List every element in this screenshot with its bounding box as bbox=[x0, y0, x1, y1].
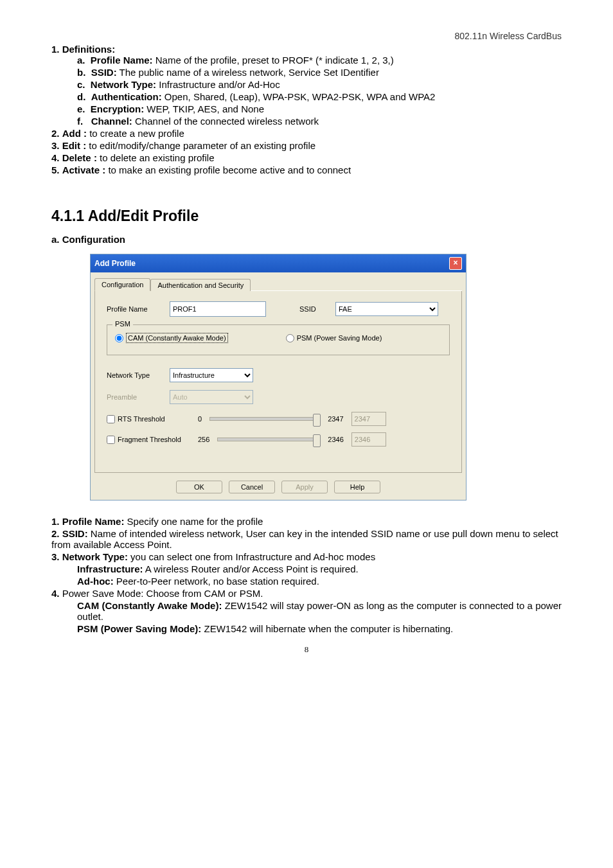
psm-radio[interactable]: PSM (Power Saving Mode) bbox=[286, 333, 382, 343]
help-button[interactable]: Help bbox=[334, 481, 380, 493]
rts-checkbox-input[interactable] bbox=[107, 415, 115, 423]
tab-auth-security[interactable]: Authentication and Security bbox=[150, 279, 251, 291]
def-b-term: SSID: bbox=[91, 67, 117, 78]
def-f-letter: f. bbox=[77, 116, 83, 127]
op-activate-num: 5. bbox=[51, 164, 60, 175]
network-type-select[interactable]: Infrastructure bbox=[170, 368, 253, 382]
def-b-desc: The public name of a wireless network, S… bbox=[117, 67, 379, 78]
rts-max: 2347 bbox=[328, 415, 343, 423]
add-profile-dialog: Add Profile × Configuration Authenticati… bbox=[90, 254, 466, 500]
b3-term: Network Type: bbox=[62, 551, 128, 562]
rts-checkbox[interactable]: RTS Threshold bbox=[107, 415, 190, 423]
cam-radio-label: CAM (Constantly Awake Mode) bbox=[126, 333, 228, 343]
frag-checkbox-input[interactable] bbox=[107, 436, 115, 444]
b4-num: 4. bbox=[51, 588, 60, 599]
op-add-term: Add : bbox=[62, 128, 87, 139]
tab-row: Configuration Authentication and Securit… bbox=[94, 272, 462, 291]
b2-desc: Name of intended wireless network, User … bbox=[51, 528, 558, 550]
config-panel: Profile Name SSID FAE PSM CAM (Constantl… bbox=[94, 291, 462, 473]
definitions-sublist: a. Profile Name: Name of the profile, pr… bbox=[51, 55, 562, 127]
cam-radio-input[interactable] bbox=[115, 334, 123, 342]
profile-name-label: Profile Name bbox=[107, 305, 166, 313]
b2-term: SSID: bbox=[62, 528, 88, 539]
b4-desc: Power Save Mode: Choose from CAM or PSM. bbox=[62, 588, 263, 599]
def-f-term: Channel: bbox=[91, 116, 132, 127]
tab-configuration[interactable]: Configuration bbox=[94, 278, 150, 291]
profile-name-input[interactable] bbox=[170, 301, 266, 317]
frag-max: 2346 bbox=[328, 436, 343, 443]
psm-radio-label: PSM (Power Saving Mode) bbox=[297, 334, 382, 342]
b4b-desc: ZEW1542 will hibernate when the computer… bbox=[201, 623, 453, 634]
op-activate-term: Activate : bbox=[62, 164, 106, 175]
def-f-desc: Channel of the connected wireless networ… bbox=[132, 116, 319, 127]
frag-label: Fragment Threshold bbox=[118, 436, 181, 443]
frag-min: 256 bbox=[198, 436, 209, 443]
frag-slider-thumb[interactable] bbox=[313, 434, 321, 447]
close-icon[interactable]: × bbox=[449, 257, 462, 270]
def-b-letter: b. bbox=[77, 67, 85, 78]
definitions-list: 1. Definitions: a. Profile Name: Name of… bbox=[51, 44, 562, 175]
cancel-button[interactable]: Cancel bbox=[229, 481, 275, 493]
def-d-desc: Open, Shared, (Leap), WPA-PSK, WPA2-PSK,… bbox=[162, 91, 436, 102]
section-title: 4.1.1 Add/Edit Profile bbox=[51, 208, 562, 225]
op-edit-term: Edit : bbox=[62, 140, 87, 151]
op-add-desc: to create a new profile bbox=[87, 128, 184, 139]
section-subtitle: a. Configuration bbox=[51, 234, 562, 245]
op-delete-num: 4. bbox=[51, 152, 60, 163]
ssid-select[interactable]: FAE bbox=[335, 302, 438, 316]
b4b-term: PSM (Power Saving Mode): bbox=[77, 623, 201, 634]
op-delete-term: Delete : bbox=[62, 152, 97, 163]
def-c-term: Network Type: bbox=[91, 79, 156, 90]
psm-legend: PSM bbox=[112, 320, 133, 328]
op-activate-desc: to make an existing profile become activ… bbox=[105, 164, 351, 175]
b1-term: Profile Name: bbox=[62, 516, 125, 527]
rts-slider-thumb[interactable] bbox=[313, 414, 321, 427]
b3b-term: Ad-hoc: bbox=[77, 576, 114, 587]
cam-radio[interactable]: CAM (Constantly Awake Mode) bbox=[115, 333, 228, 343]
def-e-term: Encryption: bbox=[91, 103, 144, 114]
def-a-desc: Name of the profile, preset to PROF* (* … bbox=[153, 55, 394, 66]
frag-checkbox[interactable]: Fragment Threshold bbox=[107, 436, 190, 444]
def-e-desc: WEP, TKIP, AES, and None bbox=[144, 103, 264, 114]
b3b-desc: Peer-to-Peer network, no base station re… bbox=[114, 576, 319, 587]
def-d-letter: d. bbox=[77, 91, 85, 102]
rts-slider[interactable] bbox=[209, 417, 320, 421]
def-c-letter: c. bbox=[77, 79, 85, 90]
preamble-label: Preamble bbox=[107, 393, 166, 401]
dialog-titlebar: Add Profile × bbox=[91, 254, 466, 272]
op-add-num: 2. bbox=[51, 128, 60, 139]
def-a-term: Profile Name: bbox=[91, 55, 153, 66]
b2-num: 2. bbox=[51, 528, 60, 539]
dialog-buttons: OK Cancel Apply Help bbox=[91, 477, 466, 500]
header-product: 802.11n Wireless CardBus bbox=[51, 31, 562, 41]
preamble-select: Auto bbox=[170, 390, 253, 404]
b3-desc: you can select one from Infrastructure a… bbox=[128, 551, 375, 562]
ssid-label: SSID bbox=[299, 305, 332, 313]
b3a-term: Infrastructure: bbox=[77, 563, 143, 574]
def-e-letter: e. bbox=[77, 103, 85, 114]
psm-radio-input[interactable] bbox=[286, 334, 294, 342]
psm-fieldset: PSM CAM (Constantly Awake Mode) PSM (Pow… bbox=[107, 324, 450, 355]
op-delete-desc: to delete an existing profile bbox=[97, 152, 215, 163]
rts-value-box bbox=[351, 412, 386, 426]
def-a-letter: a. bbox=[77, 55, 85, 66]
rts-min: 0 bbox=[198, 415, 202, 423]
dialog-title: Add Profile bbox=[94, 259, 136, 268]
b3a-desc: A wireless Router and/or Access Point is… bbox=[143, 563, 359, 574]
op-edit-desc: to edit/modify/change parameter of an ex… bbox=[86, 140, 315, 151]
body-list: 1. Profile Name: Specify one name for th… bbox=[51, 516, 562, 634]
op-edit-num: 3. bbox=[51, 140, 60, 151]
def-d-term: Authentication: bbox=[91, 91, 162, 102]
definitions-heading: 1. Definitions: bbox=[51, 44, 115, 55]
page-number: 8 bbox=[51, 644, 562, 655]
frag-slider[interactable] bbox=[217, 438, 320, 441]
network-type-label: Network Type bbox=[107, 371, 166, 379]
b1-desc: Specify one name for the profile bbox=[124, 516, 263, 527]
apply-button[interactable]: Apply bbox=[281, 481, 328, 493]
def-c-desc: Infrastructure and/or Ad-Hoc bbox=[156, 79, 280, 90]
ok-button[interactable]: OK bbox=[176, 481, 222, 493]
rts-label: RTS Threshold bbox=[118, 415, 165, 423]
b1-num: 1. bbox=[51, 516, 60, 527]
frag-value-box bbox=[351, 432, 386, 447]
b4a-term: CAM (Constantly Awake Mode): bbox=[77, 600, 222, 611]
